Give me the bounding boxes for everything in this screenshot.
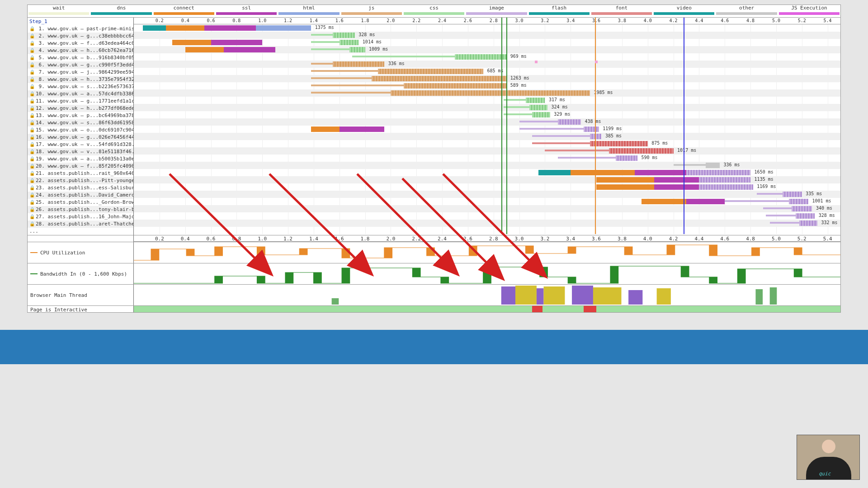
svg-rect-0 xyxy=(501,286,515,305)
lock-icon: 🔒 xyxy=(29,135,35,140)
request-row[interactable]: 🔒20. www.gov.uk – f...85f205fc40907.ico xyxy=(28,163,133,170)
legend-item-font[interactable]: font xyxy=(590,5,653,17)
timeline-row[interactable]: 875 ms xyxy=(134,140,840,147)
request-row[interactable]: 🔒26. assets.publish...tony-blair-bw.jpg xyxy=(28,206,133,213)
request-row[interactable]: 🔒28. assets.publish...aret-Thatcher.jpg xyxy=(28,221,133,228)
timing-bar xyxy=(532,142,590,144)
timeline-row[interactable]: 590 ms xyxy=(134,155,840,162)
timing-bar xyxy=(311,127,340,132)
timeline-row[interactable]: 336 ms xyxy=(134,162,840,169)
timeline-row[interactable]: 324 ms xyxy=(134,104,840,111)
duration-label: 1001 ms xyxy=(812,198,831,203)
timeline-row[interactable]: 328 ms xyxy=(134,212,840,220)
timing-bar xyxy=(635,170,686,175)
request-row[interactable]: 🔒23. assets.publish...ess-Salisbury.jpg xyxy=(28,184,133,192)
legend-item-dns[interactable]: dns xyxy=(90,5,152,17)
legend-item-wait[interactable]: wait xyxy=(28,5,90,17)
more-rows[interactable]: ... xyxy=(28,228,133,235)
timeline-row[interactable]: 1650 ms xyxy=(134,169,840,176)
legend-item-flash[interactable]: flash xyxy=(528,5,590,17)
duration-label: 438 ms xyxy=(585,119,601,124)
request-row[interactable]: 🔒 8. www.gov.uk – h...3735e7954f3280.js xyxy=(28,76,133,83)
waterfall-chart: waitdnsconnectsslhtmljscssimageflashfont… xyxy=(27,5,841,313)
request-row[interactable]: 🔒19. www.gov.uk – a...b50035b13a0e8.svg xyxy=(28,155,133,163)
timeline-row[interactable]: 969 ms xyxy=(134,53,840,61)
request-row[interactable]: 🔒 1. www.gov.uk – past-prime-ministers xyxy=(28,25,133,33)
request-row[interactable]: 🔒 3. www.gov.uk – f...d63edea464c01.css xyxy=(28,40,133,47)
timeline-row[interactable]: 685 ms xyxy=(134,68,840,75)
tick: 3.6 xyxy=(592,236,601,242)
request-row[interactable]: 🔒22. assets.publish...-Pitt-younger.jpg xyxy=(28,177,133,184)
request-row[interactable]: 🔒17. www.gov.uk – v...54fd691d328.woff2 xyxy=(28,141,133,148)
legend-item-connect[interactable]: connect xyxy=(153,5,215,17)
timeline-row[interactable]: 1014 ms xyxy=(134,39,840,46)
timing-bar xyxy=(311,63,333,65)
request-row[interactable]: 🔒12. www.gov.uk – h...b277df068ede5.css xyxy=(28,105,133,112)
timeline-row[interactable]: 1263 ms xyxy=(134,75,840,82)
timeline-row[interactable]: 328 ms xyxy=(134,32,840,39)
legend: waitdnsconnectsslhtmljscssimageflashfont… xyxy=(28,5,840,18)
time-axis-top: 0.20.40.60.81.01.21.41.61.82.02.22.42.62… xyxy=(134,18,840,24)
request-row[interactable]: 🔒14. www.gov.uk – s...86f63dd619585.png xyxy=(28,119,133,127)
request-row[interactable]: 🔒25. assets.publish..._Gordon-Brown.jpg xyxy=(28,199,133,206)
timeline-row[interactable]: 317 ms xyxy=(134,97,840,104)
legend-item-ssl[interactable]: ssl xyxy=(215,5,278,17)
request-row[interactable]: 🔒 5. www.gov.uk – b...916b8340bf05d.css xyxy=(28,54,133,61)
timeline-row[interactable]: 336 ms xyxy=(134,61,840,68)
timeline-row[interactable]: 332 ms xyxy=(134,220,840,227)
timeline-row[interactable]: 589 ms xyxy=(134,82,840,89)
timeline-row[interactable]: 1009 ms xyxy=(134,46,840,53)
legend-item-video[interactable]: video xyxy=(653,5,715,17)
request-row[interactable]: 🔒 4. www.gov.uk – h...60cb762ea716a.css xyxy=(28,47,133,54)
request-row[interactable]: 🔒 2. www.gov.uk – g...c38ebbbbcc64f.css xyxy=(28,33,133,40)
timeline-row[interactable]: 385 ms xyxy=(134,133,840,140)
tick: 5.4 xyxy=(824,18,832,23)
request-row[interactable]: 🔒27. assets.publish...16_John-Major.jpg xyxy=(28,213,133,221)
legend-item-html[interactable]: html xyxy=(278,5,340,17)
svg-rect-10 xyxy=(332,298,339,305)
tick: 1.6 xyxy=(335,236,344,242)
timeline-row[interactable]: 438 ms xyxy=(134,118,840,126)
timeline-row[interactable]: 1017 ms xyxy=(134,147,840,155)
duration-label: 1375 ms xyxy=(315,25,334,30)
timeline-row[interactable]: 1375 ms xyxy=(134,24,840,32)
request-row[interactable]: 🔒13. www.gov.uk – p...bc64969ba378d.css xyxy=(28,112,133,119)
request-row[interactable]: 🔒10. www.gov.uk – a...57dc4dfb3386ce.js xyxy=(28,90,133,98)
timing-bar xyxy=(763,207,792,209)
tick: 4.4 xyxy=(695,18,703,23)
svg-rect-8 xyxy=(755,289,763,305)
timeline-row[interactable]: 335 ms xyxy=(134,191,840,198)
legend-item-js[interactable]: js xyxy=(340,5,403,17)
request-row[interactable]: 🔒24. assets.publish...David_Cameron.jpg xyxy=(28,192,133,199)
timeline-row[interactable]: 340 ms xyxy=(134,205,840,212)
timing-bar xyxy=(391,90,590,96)
request-row[interactable]: 🔒 7. www.gov.uk – j...9864299ee594ed.js xyxy=(28,69,133,76)
request-row[interactable]: 🔒16. www.gov.uk – g...026e76456f44b.png xyxy=(28,134,133,141)
timing-bar xyxy=(311,77,372,79)
lock-icon: 🔒 xyxy=(29,164,35,169)
timeline-row[interactable]: 1169 ms xyxy=(134,183,840,191)
legend-item-other[interactable]: other xyxy=(715,5,778,17)
bw-swatch xyxy=(30,273,38,274)
timeline-row[interactable]: 1199 ms xyxy=(134,126,840,133)
timeline-row[interactable]: 1135 ms xyxy=(134,176,840,183)
duration-label: 329 ms xyxy=(554,112,570,117)
tick: 5.4 xyxy=(823,236,832,242)
timing-bar xyxy=(311,34,333,36)
timing-bar xyxy=(256,25,311,31)
legend-item-css[interactable]: css xyxy=(403,5,465,17)
timeline-row[interactable]: 1001 ms xyxy=(134,198,840,205)
request-row[interactable]: 🔒11. www.gov.uk – g...1771eefd1a1c0.css xyxy=(28,98,133,105)
request-row[interactable]: 🔒 9. www.gov.uk – s...b2236e573637d4.js xyxy=(28,83,133,90)
tick: 4.0 xyxy=(644,18,652,23)
timeline-row[interactable]: 1985 ms xyxy=(134,89,840,97)
request-row[interactable]: 🔒21. assets.publish...rait_960x640.jpg xyxy=(28,170,133,177)
request-row[interactable]: 🔒 6. www.gov.uk – g...c990f5f3edd49d.js xyxy=(28,61,133,69)
legend-item-JS-Execution[interactable]: JS Execution xyxy=(778,5,840,17)
request-row[interactable]: 🔒18. www.gov.uk – v...81e51183f46.woff2 xyxy=(28,148,133,155)
timing-bar xyxy=(224,47,275,52)
timeline-row[interactable]: 329 ms xyxy=(134,111,840,118)
legend-item-image[interactable]: image xyxy=(465,5,528,17)
request-row[interactable]: 🔒15. www.gov.uk – o...0dc69107c9042.png xyxy=(28,127,133,134)
tick: 3.4 xyxy=(566,236,575,242)
